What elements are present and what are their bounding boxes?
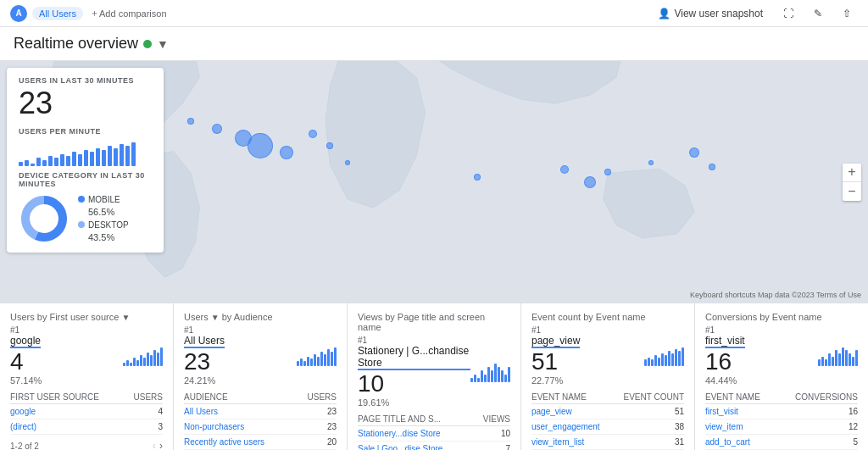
card5-value: 16 [705, 348, 745, 375]
card5-metric-name: first_visit [705, 335, 745, 348]
fullscreen-btn[interactable]: ⛶ [776, 4, 800, 23]
dropdown-icon[interactable]: ▼ [211, 313, 220, 322]
card-audience: Users ▼ by Audience #1 All Users 23 24.2… [174, 303, 348, 450]
dropdown-icon[interactable]: ▼ [157, 37, 169, 51]
card1-prev-btn[interactable]: ‹ [153, 440, 156, 450]
map-zoom-controls: + − [843, 164, 861, 201]
card-page-views: Views by Page title and screen name #1 S… [348, 303, 521, 450]
table-row: google4 [10, 404, 163, 419]
table-row: Non-purchasers23 [184, 419, 337, 435]
zoom-in-btn[interactable]: + [843, 164, 861, 182]
card2-metric-name: All Users [184, 335, 225, 348]
card1-table: FIRST USER SOURCE USERS google4(direct)3 [10, 391, 163, 435]
table-row: view_item_list31 [531, 435, 684, 450]
card5-table: EVENT NAME CONVERSIONS first_visit16view… [705, 391, 858, 450]
page-title: Realtime overview ▼ [14, 35, 169, 53]
map-section: USERS IN LAST 30 MINUTES 23 USERS PER MI… [0, 61, 868, 303]
edit-icon: ✎ [814, 8, 822, 19]
desktop-pct: 43.5% [88, 232, 129, 242]
table-row: (direct)3 [10, 419, 163, 435]
stats-overlay: USERS IN LAST 30 MINUTES 23 USERS PER MI… [7, 68, 164, 253]
device-chart: MOBILE 56.5% DESKTOP 43.5% [19, 193, 152, 244]
card4-rank: #1 [531, 325, 580, 335]
table-row: Sale | Goo...dise Store7 [358, 442, 510, 451]
top-bar-right: 👤 View user snapshot ⛶ ✎ ⇧ [651, 4, 858, 23]
donut-legend: MOBILE 56.5% DESKTOP 43.5% [78, 195, 129, 242]
table-row: add_to_cart5 [705, 435, 858, 450]
card2-table: AUDIENCE USERS All Users23Non-purchasers… [184, 391, 337, 450]
card5-pct: 44.44% [705, 375, 745, 386]
top-bar: A All Users ＋ Add comparison 👤 View user… [0, 0, 868, 27]
mobile-pct: 56.5% [88, 207, 129, 217]
card3-table: PAGE TITLE AND S... VIEWS Stationery...d… [358, 413, 510, 450]
table-row: user_engagement38 [531, 419, 684, 435]
users-label: USERS IN LAST 30 MINUTES [19, 76, 152, 85]
card1-footer: 1-2 of 2 ‹ › [10, 440, 163, 450]
card1-value: 4 [10, 348, 42, 375]
desktop-dot [78, 221, 85, 228]
card3-sparkline [470, 362, 510, 382]
table-row: page_view51 [531, 404, 684, 419]
dropdown-icon[interactable]: ▼ [121, 313, 130, 322]
card-first-user-source: Users by First user source ▼ #1 google 4… [0, 303, 174, 450]
legend-mobile: MOBILE [78, 195, 129, 204]
users-per-minute-chart [19, 141, 152, 166]
card5-sparkline [818, 346, 858, 366]
segment-chip[interactable]: All Users [32, 7, 83, 20]
device-label: DEVICE CATEGORY IN LAST 30 MINUTES [19, 171, 152, 188]
edit-btn[interactable]: ✎ [807, 4, 829, 23]
card2-value: 23 [184, 348, 225, 375]
card1-rank: #1 [10, 325, 42, 335]
card-event-count: Event count by Event name #1 page_view 5… [521, 303, 695, 450]
card1-pagination: 1-2 of 2 [10, 442, 39, 451]
mobile-dot [78, 196, 85, 203]
card1-nav: ‹ › [153, 440, 163, 450]
card3-rank: #1 [358, 336, 470, 345]
bottom-cards: Users by First user source ▼ #1 google 4… [0, 303, 868, 450]
card2-pct: 24.21% [184, 375, 225, 386]
table-row: first_visit16 [705, 404, 858, 419]
card3-value: 10 [358, 370, 470, 397]
fullscreen-icon: ⛶ [783, 8, 793, 19]
view-snapshot-btn[interactable]: 👤 View user snapshot [651, 4, 770, 23]
zoom-out-btn[interactable]: − [843, 182, 861, 201]
card1-sparkline [123, 346, 163, 366]
card4-value: 51 [531, 348, 580, 375]
card1-metric-name: google [10, 335, 42, 348]
avatar: A [10, 5, 27, 22]
card1-title: Users by First user source ▼ [10, 312, 163, 322]
share-btn[interactable]: ⇧ [836, 4, 858, 23]
table-row: view_item12 [705, 419, 858, 435]
table-row: All Users23 [184, 404, 337, 419]
card2-title: Users ▼ by Audience [184, 312, 337, 322]
legend-desktop: DESKTOP [78, 220, 129, 230]
card4-metric-name: page_view [531, 335, 580, 348]
card-conversions: Conversions by Event name #1 first_visit… [695, 303, 868, 450]
snapshot-icon: 👤 [658, 8, 670, 19]
card1-pct: 57.14% [10, 375, 42, 386]
page-header: Realtime overview ▼ [0, 27, 868, 61]
card3-pct: 19.61% [358, 397, 470, 408]
main-content: USERS IN LAST 30 MINUTES 23 USERS PER MI… [0, 61, 868, 450]
card2-sparkline [297, 346, 337, 366]
card4-pct: 22.77% [531, 375, 580, 386]
card4-table: EVENT NAME EVENT COUNT page_view51user_e… [531, 391, 684, 450]
map-watermark: Keyboard shortcuts Map data ©2023 Terms … [690, 291, 861, 299]
card4-sparkline [644, 346, 684, 366]
live-indicator [143, 40, 152, 48]
add-comparison-btn[interactable]: ＋ Add comparison [90, 7, 167, 19]
table-row: Stationery...dise Store10 [358, 426, 510, 442]
plus-icon: ＋ [90, 7, 99, 19]
card1-next-btn[interactable]: › [159, 440, 163, 450]
donut-chart [19, 193, 70, 244]
card2-rank: #1 [184, 325, 225, 335]
share-icon: ⇧ [843, 8, 851, 19]
card5-rank: #1 [705, 325, 745, 335]
card3-metric-name: Stationery | G...chandise Store [358, 345, 470, 370]
users-per-minute-label: USERS PER MINUTE [19, 127, 152, 136]
card3-title: Views by Page title and screen name [358, 312, 510, 332]
card4-title: Event count by Event name [531, 312, 684, 322]
table-row: Recently active users20 [184, 435, 337, 450]
users-value: 23 [19, 86, 152, 120]
card5-title: Conversions by Event name [705, 312, 858, 322]
